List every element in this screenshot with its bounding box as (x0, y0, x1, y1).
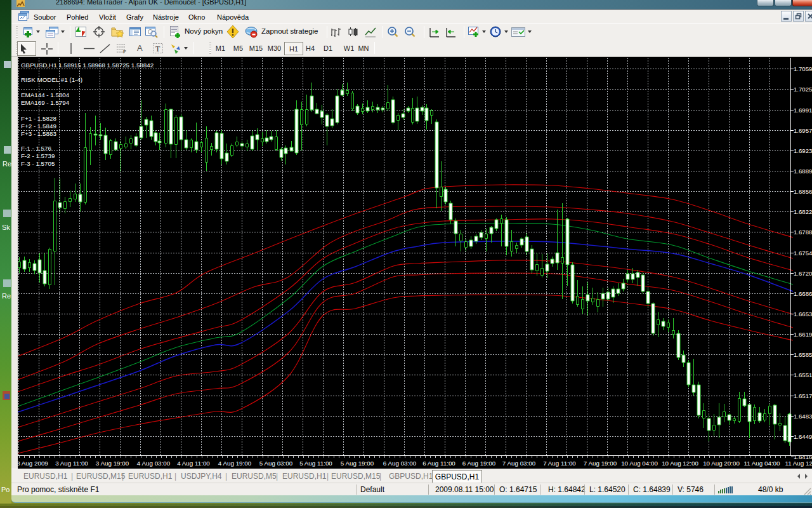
svg-text:1.6416: 1.6416 (794, 453, 812, 460)
svg-text:F-1 - 1.576: F-1 - 1.576 (21, 145, 51, 152)
svg-text:7 Aug 11:00: 7 Aug 11:00 (543, 460, 576, 467)
svg-text:1.6653: 1.6653 (794, 311, 812, 318)
svg-text:1.6856: 1.6856 (794, 188, 812, 195)
svg-text:6 Aug 03:00: 6 Aug 03:00 (383, 460, 417, 467)
svg-text:1.7025: 1.7025 (794, 86, 812, 93)
svg-text:Sk: Sk (2, 224, 10, 231)
svg-text:6 Aug 19:00: 6 Aug 19:00 (462, 460, 496, 467)
svg-text:1.6889: 1.6889 (794, 168, 812, 175)
svg-text:10 Aug 04:00: 10 Aug 04:00 (621, 460, 658, 467)
svg-text:5 Aug 19:00: 5 Aug 19:00 (341, 460, 374, 467)
svg-text:5 Aug 11:00: 5 Aug 11:00 (299, 460, 332, 467)
svg-text:EMA169 - 1.5794: EMA169 - 1.5794 (21, 99, 70, 106)
svg-text:7 Aug 03:00: 7 Aug 03:00 (502, 460, 536, 467)
svg-text:F: F (123, 49, 126, 55)
svg-text:GBPUSD,H1 1.58915 1.58968 1.5: GBPUSD,H1 1.58915 1.58968 1.58725 1.5884… (21, 62, 154, 69)
svg-text:1.6754: 1.6754 (794, 250, 812, 257)
svg-text:Re: Re (2, 292, 11, 300)
svg-text:1.6585: 1.6585 (794, 351, 812, 358)
svg-text:F+1 - 1.5828: F+1 - 1.5828 (21, 115, 56, 122)
svg-text:11 Aug 12:00: 11 Aug 12:00 (785, 460, 812, 467)
svg-text:1.6991: 1.6991 (794, 107, 812, 114)
svg-text:1.6923: 1.6923 (794, 147, 812, 154)
svg-text:F+3 - 1.5883: F+3 - 1.5883 (21, 130, 56, 137)
svg-text:3 Aug 2009: 3 Aug 2009 (18, 460, 48, 467)
svg-text:Re: Re (3, 160, 11, 168)
svg-text:1.6483: 1.6483 (794, 413, 812, 420)
svg-text:10 Aug 20:00: 10 Aug 20:00 (703, 460, 740, 467)
svg-text:5 Aug 03:00: 5 Aug 03:00 (259, 460, 293, 467)
svg-text:F-2 - 1.5739: F-2 - 1.5739 (21, 152, 55, 159)
svg-text:11 Aug 04:00: 11 Aug 04:00 (743, 460, 780, 467)
svg-text:3 Aug 11:00: 3 Aug 11:00 (55, 460, 88, 467)
svg-text:10 Aug 12:00: 10 Aug 12:00 (662, 460, 698, 467)
svg-text:3 Aug 19:00: 3 Aug 19:00 (96, 460, 129, 467)
svg-text:4 Aug 19:00: 4 Aug 19:00 (218, 460, 252, 467)
svg-text:T: T (155, 44, 160, 53)
svg-text:F-3 - 1.5705: F-3 - 1.5705 (21, 160, 55, 167)
svg-text:1.6449: 1.6449 (794, 433, 812, 440)
svg-text:6 Aug 11:00: 6 Aug 11:00 (422, 460, 455, 467)
svg-text:4 Aug 11:00: 4 Aug 11:00 (177, 460, 210, 467)
svg-text:1.6551: 1.6551 (794, 371, 812, 378)
svg-text:1.6822: 1.6822 (794, 208, 812, 215)
svg-text:1.7059: 1.7059 (794, 65, 812, 72)
svg-text:1.6686: 1.6686 (794, 290, 812, 297)
svg-text:1.6720: 1.6720 (794, 270, 812, 277)
svg-text:1.6957: 1.6957 (794, 127, 812, 134)
svg-text:EMA144 - 1.5804: EMA144 - 1.5804 (21, 91, 70, 98)
svg-text:1.6619: 1.6619 (794, 331, 812, 338)
svg-text:7 Aug 19:00: 7 Aug 19:00 (584, 460, 617, 467)
svg-text:1.6517: 1.6517 (794, 392, 812, 399)
svg-text:F+2 - 1.5849: F+2 - 1.5849 (21, 123, 56, 130)
svg-text:1.6788: 1.6788 (794, 229, 812, 236)
svg-text:RISK MODEL #1 (1-4): RISK MODEL #1 (1-4) (21, 76, 82, 83)
svg-text:4 Aug 03:00: 4 Aug 03:00 (137, 460, 171, 467)
